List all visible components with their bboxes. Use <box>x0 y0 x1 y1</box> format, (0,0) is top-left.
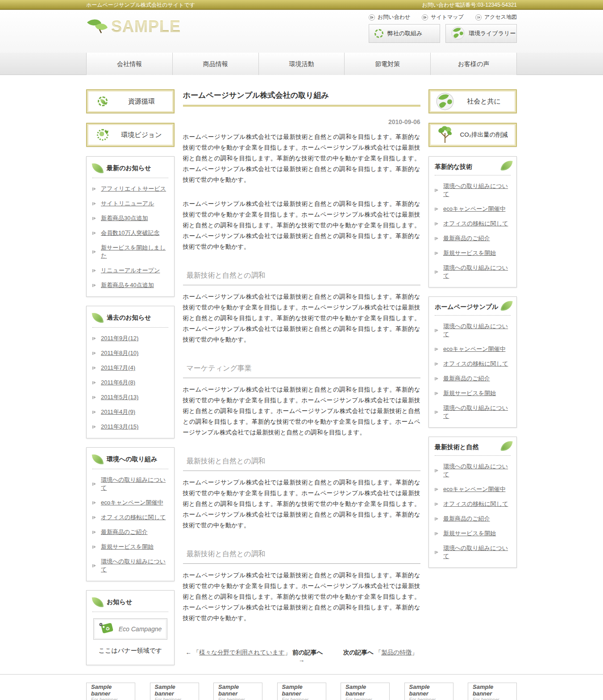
main-nav: 会社情報 商品情報 環境活動 節電対策 お客様の声 <box>0 53 603 75</box>
archive-link[interactable]: 2011年7月(4) <box>101 364 135 372</box>
sidebar-link[interactable]: 環境への取り組みについて <box>443 462 511 479</box>
sample-banner[interactable]: Sample banner For beginner <box>404 683 453 700</box>
top-utility-bar: ホームページサンプル株式会社のサイトです お問い合わせ電話番号:03-12345… <box>0 0 603 10</box>
sidebar-link[interactable]: ecoキャンペーン開催中 <box>101 499 163 507</box>
sidebar-link[interactable]: 新サービスを開始しました <box>101 244 168 260</box>
sidebar-link[interactable]: 環境への取り組みについて <box>443 544 511 560</box>
sidebar-link[interactable]: 会員数10万人突破記念 <box>101 229 159 237</box>
banner-caption: ここはバナー領域です <box>92 647 168 658</box>
step-arrow-icon <box>435 410 439 414</box>
next-article-link[interactable]: 製品の特徴 <box>381 649 412 656</box>
circle-arrow-icon <box>475 14 482 21</box>
list-item: 会員数10万人突破記念 <box>92 229 168 237</box>
archive-link[interactable]: 2011年9月(12) <box>101 334 138 342</box>
archive-link[interactable]: 2011年8月(10) <box>101 349 138 357</box>
sample-banner[interactable]: Sample banner For beginner <box>341 683 390 700</box>
utility-link[interactable]: お問い合わせ <box>369 13 410 21</box>
sidebar-link[interactable]: 新規サービスを開始 <box>443 389 496 397</box>
prev-article-link[interactable]: 様々な分野で利用されています <box>199 649 285 656</box>
utility-link[interactable]: アクセス地図 <box>475 13 517 21</box>
archive-link[interactable]: 2011年3月(15) <box>101 423 138 431</box>
archive-link[interactable]: 2011年5月(13) <box>101 393 138 401</box>
step-arrow-icon <box>92 366 97 370</box>
sidebar-link[interactable]: 新着商品30点追加 <box>101 214 148 222</box>
nav-item[interactable]: お客様の声 <box>430 53 517 75</box>
sidebar-link[interactable]: ecoキャンペーン開催中 <box>443 345 505 353</box>
eco-vision-button[interactable]: 環境ビジョン <box>86 123 175 147</box>
sidebar-link[interactable]: サイトリニューアル <box>101 200 154 208</box>
sample-banner[interactable]: Sample banner For beginner <box>150 683 199 700</box>
sidebar-link[interactable]: 新着商品を40点追加 <box>101 281 154 289</box>
step-arrow-icon <box>92 482 97 486</box>
sidebar-link[interactable]: リニューアルオープン <box>101 267 160 275</box>
sidebar-link[interactable]: ecoキャンペーン開催中 <box>443 205 505 213</box>
sidebar-link[interactable]: オフィスの移転に関して <box>443 360 508 368</box>
sidebar-link[interactable]: 環境への取り組みについて <box>443 404 511 420</box>
recycle-leaf-icon <box>92 96 113 106</box>
list-item: ecoキャンペーン開催中 <box>435 205 511 213</box>
section-heading: マーケティング事業 <box>183 364 420 378</box>
list-item: 環境への取り組みについて <box>435 544 511 560</box>
sidebar-link[interactable]: アフィリエイトサービス <box>101 185 166 193</box>
step-arrow-icon <box>92 501 97 505</box>
sidebar-link[interactable]: 新規サービスを開始 <box>101 543 154 551</box>
article: ホームページサンプル株式会社の取り組み 2010-09-06 ホームページサンプ… <box>183 89 420 663</box>
our-initiatives-button[interactable]: 弊社の取組み <box>369 24 440 43</box>
sidebar-link[interactable]: オフィスの移転に関して <box>443 500 508 508</box>
utility-link[interactable]: サイトマップ <box>422 13 464 21</box>
list-item: 2011年7月(4) <box>92 364 168 372</box>
sidebar-link[interactable]: 環境への取り組みについて <box>443 182 511 198</box>
step-arrow-icon <box>435 517 439 521</box>
latest-news-box: 最新のお知らせ アフィリエイトサービス サイトリニューアル <box>86 156 175 297</box>
sidebar-link[interactable]: 最新商品のご紹介 <box>101 528 148 536</box>
sidebar-link[interactable]: 環境への取り組みについて <box>443 264 511 280</box>
resource-cycle-button[interactable]: 資源循環 <box>86 89 175 113</box>
site-note: ホームページサンプル株式会社のサイトです <box>86 1 195 9</box>
nav-item[interactable]: 節電対策 <box>344 53 430 75</box>
sidebar-link[interactable]: 環境への取り組みについて <box>101 558 168 574</box>
sidebar-link[interactable]: ecoキャンペーン開催中 <box>443 485 505 493</box>
nav-item[interactable]: 商品情報 <box>172 53 258 75</box>
sidebar-link[interactable]: 最新商品のご紹介 <box>443 234 490 242</box>
nav-item[interactable]: 会社情報 <box>86 53 172 75</box>
step-arrow-icon <box>435 222 439 226</box>
past-news-box: 過去のお知らせ 2011年9月(12) 2011年8月(10) <box>86 306 175 438</box>
step-arrow-icon <box>92 516 97 520</box>
archive-link[interactable]: 2011年4月(9) <box>101 408 135 416</box>
sidebar-link[interactable]: 最新商品のご紹介 <box>443 375 490 383</box>
list-item: オフィスの移転に関して <box>435 360 511 368</box>
sidebar-link[interactable]: 新規サービスを開始 <box>443 249 496 257</box>
list-item: ecoキャンペーン開催中 <box>435 485 511 493</box>
innovative-tech-box: 革新的な技術 環境への取り組みについて ecoキャンペーン開催中 <box>428 156 517 288</box>
site-logo[interactable]: SAMPLE <box>86 18 181 37</box>
list-item: ecoキャンペーン開催中 <box>92 499 168 507</box>
archive-link[interactable]: 2011年6月(8) <box>101 379 135 387</box>
list-item: 新規サービスを開始 <box>92 543 168 551</box>
sample-banner[interactable]: Sample banner For beginner <box>213 683 262 700</box>
sidebar-link[interactable]: 新規サービスを開始 <box>443 529 496 538</box>
sample-banner[interactable]: Sample banner For beginner <box>468 683 517 700</box>
list-item: サイトリニューアル <box>92 200 168 208</box>
sidebar-link[interactable]: 環境への取り組みについて <box>101 476 168 492</box>
article-paragraph: ホームページサンプル株式会社では最新技術と自然との調和を目指します。革新的な技術… <box>183 477 420 531</box>
co2-reduction-button[interactable]: CO₂排出量の削減 <box>428 123 517 147</box>
sidebar-link[interactable]: オフィスの移転に関して <box>443 220 508 228</box>
eco-campaign-banner[interactable]: ♻ Eco Campagne <box>93 618 167 640</box>
sidebar-link[interactable]: オフィスの移転に関して <box>101 513 166 521</box>
step-arrow-icon <box>92 202 97 206</box>
list-item: アフィリエイトサービス <box>92 185 168 193</box>
homepage-sample-box: ホームページサンプル 環境への取り組みについて ecoキャンペーン開催中 <box>428 296 517 428</box>
sidebar-link[interactable]: 最新商品のご紹介 <box>443 515 490 523</box>
sidebar-link[interactable]: 環境への取り組みについて <box>443 322 511 338</box>
step-arrow-icon <box>92 425 97 429</box>
sample-banner[interactable]: Sample banner For beginner <box>277 683 326 700</box>
nav-item[interactable]: 環境活動 <box>258 53 345 75</box>
list-item: 新規サービスを開始 <box>435 389 511 397</box>
step-arrow-icon <box>92 545 97 549</box>
with-society-button[interactable]: 社会と共に <box>428 89 517 113</box>
eco-library-button[interactable]: 環境ライブラリー <box>445 24 517 43</box>
list-item: 2011年3月(15) <box>92 423 168 431</box>
box-title: ホームページサンプル <box>435 303 499 311</box>
sample-banner[interactable]: Sample banner For beginner <box>86 683 135 700</box>
circle-arrow-icon <box>369 14 375 21</box>
